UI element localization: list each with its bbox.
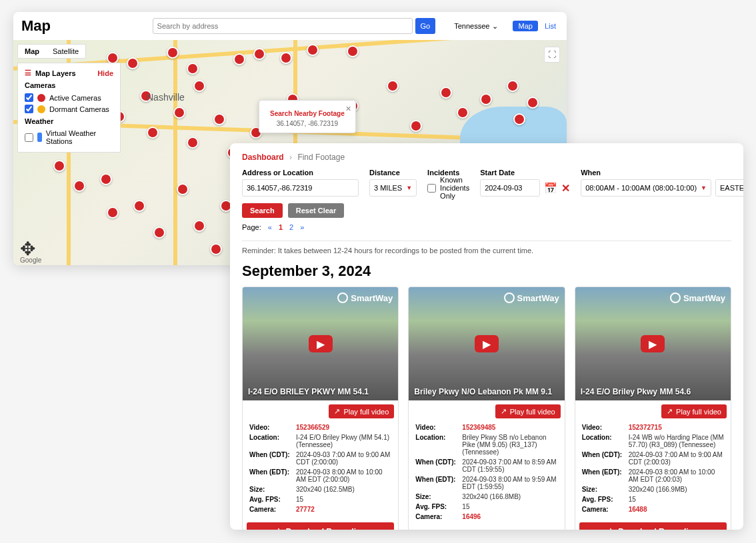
maptype-satellite[interactable]: Satellite (46, 45, 85, 58)
camera-red-icon (37, 94, 45, 102)
known-incidents-row[interactable]: Known Incidents Only (427, 179, 469, 197)
camera-pin[interactable] (307, 44, 319, 56)
address-label: Address or Location (242, 169, 359, 177)
play-full-video-button[interactable]: ↗Play full video (329, 404, 394, 418)
fullscreen-button[interactable]: ⛶ (544, 47, 560, 63)
pager-page-1[interactable]: 1 (279, 223, 283, 231)
camera-pin[interactable] (187, 63, 199, 75)
play-icon[interactable]: ▶ (475, 335, 499, 352)
camera-id[interactable]: 16488 (629, 506, 724, 513)
pager-next[interactable]: » (300, 223, 304, 231)
active-cameras-checkbox[interactable] (25, 93, 33, 102)
tz-select[interactable]: EASTERN ▼ (715, 179, 743, 197)
view-list-tab[interactable]: List (542, 21, 559, 31)
when-select[interactable]: 08:00AM - 10:00AM (08:00-10:00) ▼ (581, 179, 711, 197)
layers-hide-link[interactable]: Hide (97, 69, 113, 77)
download-icon: ⤓ (607, 527, 614, 530)
distance-select[interactable]: 3 MILES ▼ (369, 179, 417, 197)
camera-pin[interactable] (147, 127, 159, 139)
camera-pin[interactable] (280, 52, 292, 64)
layer-active-cameras[interactable]: Active Cameras (25, 92, 113, 103)
play-icon[interactable]: ▶ (309, 335, 333, 352)
smartway-badge: SmartWay (670, 292, 725, 303)
layers-panel: ☰ Map Layers Hide Cameras Active Cameras… (17, 63, 121, 153)
search-nearby-footage-link[interactable]: Search Nearby Footage (270, 110, 345, 117)
camera-pin[interactable] (173, 107, 185, 119)
chevron-down-icon: ⌄ (492, 22, 498, 31)
dormant-cameras-checkbox[interactable] (25, 105, 33, 113)
camera-pin[interactable] (107, 207, 119, 219)
camera-pin[interactable] (233, 53, 245, 65)
play-full-video-button[interactable]: ↗Play full video (495, 404, 561, 418)
vws-checkbox[interactable] (25, 133, 33, 142)
download-recording-button[interactable]: ⤓Download Recording (579, 522, 727, 530)
camera-id[interactable]: 16496 (462, 513, 557, 520)
address-input[interactable] (242, 179, 359, 197)
pager-page-2[interactable]: 2 (289, 223, 293, 231)
camera-id[interactable]: 27772 (296, 506, 391, 513)
popup-coords: 36.14057, -86.72319 (277, 120, 338, 127)
breadcrumb-dashboard[interactable]: Dashboard (242, 153, 284, 162)
clear-date-icon[interactable]: ✕ (561, 182, 570, 195)
camera-pin[interactable] (193, 80, 205, 92)
camera-pin[interactable] (153, 227, 165, 239)
address-search-input[interactable] (153, 18, 413, 34)
play-icon[interactable]: ▶ (641, 335, 665, 352)
camera-pin[interactable] (210, 243, 222, 255)
video-thumbnail[interactable]: SmartWay ▶ Briley Pkwy N/O Lebanon Pk MM… (409, 287, 564, 400)
video-id[interactable]: 152366529 (296, 424, 391, 431)
layers-cameras-heading: Cameras (25, 81, 113, 89)
camera-pin[interactable] (73, 180, 85, 192)
pager-prev[interactable]: « (268, 223, 272, 231)
camera-pin[interactable] (177, 183, 189, 195)
reset-button[interactable]: Reset Clear (288, 203, 345, 218)
distance-label: Distance (369, 169, 417, 177)
play-full-video-button[interactable]: ↗Play full video (661, 404, 727, 418)
camera-pin[interactable] (133, 200, 145, 212)
fps-value: 15 (296, 496, 391, 503)
camera-pin[interactable] (253, 48, 265, 60)
fullscreen-icon: ⛶ (548, 50, 556, 59)
camera-pin[interactable] (100, 173, 112, 185)
camera-pin[interactable] (513, 113, 525, 125)
popup-close-icon[interactable]: × (346, 103, 351, 114)
go-button[interactable]: Go (415, 18, 436, 34)
breadcrumb-current: Find Footage (297, 153, 345, 162)
video-thumbnail[interactable]: SmartWay ▶ I-24 E/O BRILEY PKWY MM 54.1 (243, 287, 398, 400)
camera-pin[interactable] (507, 80, 519, 92)
thermometer-icon (37, 133, 42, 142)
footage-panel: Dashboard › Find Footage Address or Loca… (230, 143, 743, 530)
layer-dormant-cameras[interactable]: Dormant Cameras (25, 103, 113, 115)
camera-pin[interactable] (480, 93, 492, 105)
layer-vws[interactable]: Virtual Weather Stations (25, 128, 113, 147)
search-button[interactable]: Search (242, 203, 283, 218)
video-id[interactable]: 152372715 (629, 424, 724, 431)
camera-pin[interactable] (387, 80, 399, 92)
known-incidents-checkbox[interactable] (427, 184, 436, 193)
start-date-input[interactable] (480, 179, 540, 197)
camera-pin[interactable] (440, 87, 452, 99)
hamburger-icon: ☰ (25, 69, 31, 77)
video-id[interactable]: 152369485 (462, 424, 557, 431)
pager: Page: « 1 2 » (242, 223, 731, 231)
camera-pin[interactable] (457, 107, 469, 119)
camera-pin[interactable] (410, 120, 422, 132)
distance-value: 3 MILES (374, 184, 402, 192)
camera-pin[interactable] (347, 45, 359, 57)
when-cdt-value: 2024-09-03 7:00 AM to 8:59 AM CDT (1:59:… (462, 458, 557, 473)
camera-pin[interactable] (213, 113, 225, 125)
camera-pin[interactable] (53, 160, 65, 172)
camera-pin[interactable] (527, 97, 539, 109)
view-map-tab[interactable]: Map (513, 21, 537, 31)
camera-pin[interactable] (193, 220, 205, 232)
calendar-icon[interactable]: 📅 (544, 182, 557, 195)
camera-pin[interactable] (187, 137, 199, 149)
download-recording-button[interactable]: ⤓Download Recording (247, 522, 394, 530)
region-select[interactable]: Tennessee ⌄ (454, 22, 498, 31)
maptype-map[interactable]: Map (18, 45, 46, 58)
camera-pin[interactable] (167, 47, 179, 59)
map-title: Map (21, 17, 51, 35)
caret-down-icon: ▼ (701, 185, 707, 191)
camera-pin[interactable] (127, 57, 139, 69)
video-thumbnail[interactable]: SmartWay ▶ I-24 E/O Briley Pkwy MM 54.6 (575, 287, 731, 400)
